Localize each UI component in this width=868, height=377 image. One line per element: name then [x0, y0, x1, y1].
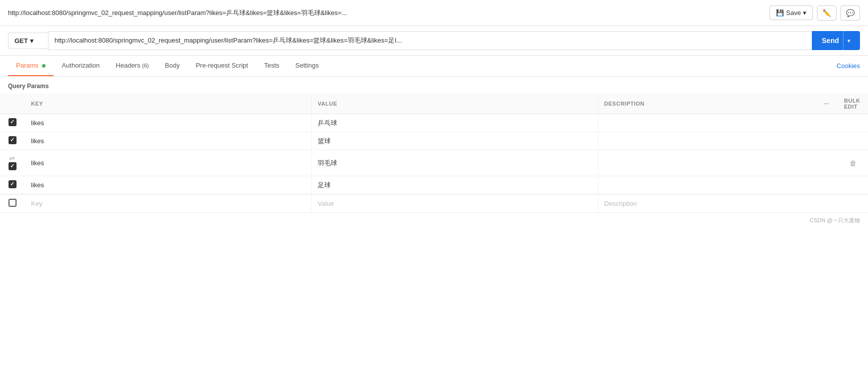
- content-area: Query Params KEY VALUE DESCRIPTION ··· B…: [0, 77, 868, 213]
- param-value-cell-1: 篮球: [312, 132, 598, 150]
- param-key-cell-0: likes: [25, 114, 312, 132]
- col-header-description: DESCRIPTION: [598, 94, 818, 114]
- cookies-link[interactable]: Cookies: [836, 62, 860, 70]
- param-key-cell-3: likes: [25, 176, 312, 194]
- param-value-0: 乒乓球: [318, 119, 337, 127]
- section-title: Query Params: [0, 77, 868, 94]
- edit-button[interactable]: ✏️: [817, 6, 836, 21]
- tab-headers[interactable]: Headers (6): [108, 56, 157, 76]
- param-checkbox-3[interactable]: [9, 180, 17, 188]
- table-row: likes 篮球: [0, 132, 868, 150]
- tabs-container: Params Authorization Headers (6) Body Pr…: [8, 56, 327, 76]
- request-bar: GET ▾ Send ▾: [0, 26, 868, 56]
- edit-icon: ✏️: [822, 9, 831, 17]
- params-dot: [42, 64, 46, 68]
- param-options-cell-0: [818, 114, 838, 132]
- param-key-2: likes: [31, 159, 44, 167]
- empty-param-row: Key Value Description: [0, 195, 868, 213]
- param-checkbox-0[interactable]: [9, 118, 17, 126]
- title-actions: 💾 Save ▾ ✏️ 💬: [769, 6, 860, 21]
- empty-row-table: Key Value Description: [0, 194, 868, 213]
- url-input[interactable]: [48, 31, 812, 50]
- param-checkbox-2[interactable]: [9, 162, 17, 170]
- delete-param-button-2[interactable]: 🗑: [847, 157, 858, 169]
- comment-icon: 💬: [846, 9, 854, 17]
- empty-desc-cell: Description: [598, 195, 818, 213]
- param-action-cell-1: [838, 132, 868, 150]
- comment-button[interactable]: 💬: [840, 6, 860, 21]
- param-desc-cell-1: [598, 132, 818, 150]
- param-value-cell-0: 乒乓球: [312, 114, 598, 132]
- save-label: Save: [786, 9, 801, 17]
- save-icon: 💾: [776, 9, 784, 17]
- tab-tests[interactable]: Tests: [256, 56, 287, 76]
- tab-authorization[interactable]: Authorization: [54, 56, 108, 76]
- method-select[interactable]: GET ▾: [8, 33, 48, 49]
- table-header-row: KEY VALUE DESCRIPTION ··· Bulk Edit: [0, 94, 868, 114]
- empty-desc-placeholder: Description: [604, 200, 637, 207]
- empty-checkbox-cell: [0, 195, 25, 213]
- param-action-cell-3: [838, 176, 868, 194]
- param-desc-cell-3: [598, 176, 818, 194]
- tab-pre-request[interactable]: Pre-request Script: [188, 56, 256, 76]
- col-header-value: VALUE: [312, 94, 598, 114]
- param-options-cell-2: [818, 150, 838, 176]
- save-button[interactable]: 💾 Save ▾: [769, 6, 813, 20]
- param-key-cell-2: likes: [25, 150, 312, 176]
- drag-handle-icon: ⇌: [9, 154, 15, 162]
- col-header-bulk-edit: Bulk Edit: [838, 94, 868, 114]
- col-header-checkbox: [0, 94, 25, 114]
- param-action-cell-2: 🗑: [838, 150, 868, 176]
- param-checkbox-cell-2: ⇌: [0, 150, 25, 176]
- empty-value-placeholder: Value: [318, 200, 334, 207]
- empty-key-cell: Key: [25, 195, 312, 213]
- param-key-cell-1: likes: [25, 132, 312, 150]
- param-key-1: likes: [31, 137, 44, 145]
- col-header-key: KEY: [25, 94, 312, 114]
- title-bar: http://localhost:8080/springmvc_02_reque…: [0, 0, 868, 26]
- send-button[interactable]: Send ▾: [812, 31, 860, 50]
- param-action-cell-0: [838, 114, 868, 132]
- save-chevron-icon: ▾: [803, 9, 806, 17]
- send-label: Send: [822, 37, 839, 45]
- title-url: http://localhost:8080/springmvc_02_reque…: [8, 9, 769, 18]
- method-label: GET: [15, 37, 28, 45]
- tab-params[interactable]: Params: [8, 56, 54, 76]
- empty-value-cell: Value: [312, 195, 598, 213]
- param-checkbox-cell-1: [0, 132, 25, 150]
- table-row: likes 乒乓球: [0, 114, 868, 132]
- param-options-cell-3: [818, 176, 838, 194]
- empty-checkbox[interactable]: [9, 199, 17, 207]
- param-checkbox-cell-3: [0, 176, 25, 194]
- param-desc-cell-2: [598, 150, 818, 176]
- params-table: KEY VALUE DESCRIPTION ··· Bulk Edit like…: [0, 94, 868, 194]
- param-value-2: 羽毛球: [318, 159, 337, 167]
- tabs-bar: Params Authorization Headers (6) Body Pr…: [0, 56, 868, 77]
- table-row: ⇌ likes 羽毛球 🗑: [0, 150, 868, 176]
- param-key-0: likes: [31, 119, 44, 127]
- param-value-cell-2: 羽毛球: [312, 150, 598, 176]
- param-value-1: 篮球: [318, 137, 331, 145]
- empty-key-placeholder: Key: [31, 200, 42, 207]
- param-key-3: likes: [31, 181, 44, 189]
- footer: CSDN @一只大废物: [0, 213, 868, 228]
- method-chevron-icon: ▾: [30, 37, 34, 45]
- param-checkbox-1[interactable]: [9, 136, 17, 144]
- param-value-3: 足球: [318, 181, 331, 189]
- table-row: likes 足球: [0, 176, 868, 194]
- param-value-cell-3: 足球: [312, 176, 598, 194]
- param-options-cell-1: [818, 132, 838, 150]
- col-header-options: ···: [818, 94, 838, 114]
- tab-body[interactable]: Body: [157, 56, 188, 76]
- param-desc-cell-0: [598, 114, 818, 132]
- send-chevron-icon[interactable]: ▾: [843, 31, 850, 50]
- param-checkbox-cell-0: [0, 114, 25, 132]
- tab-settings[interactable]: Settings: [287, 56, 327, 76]
